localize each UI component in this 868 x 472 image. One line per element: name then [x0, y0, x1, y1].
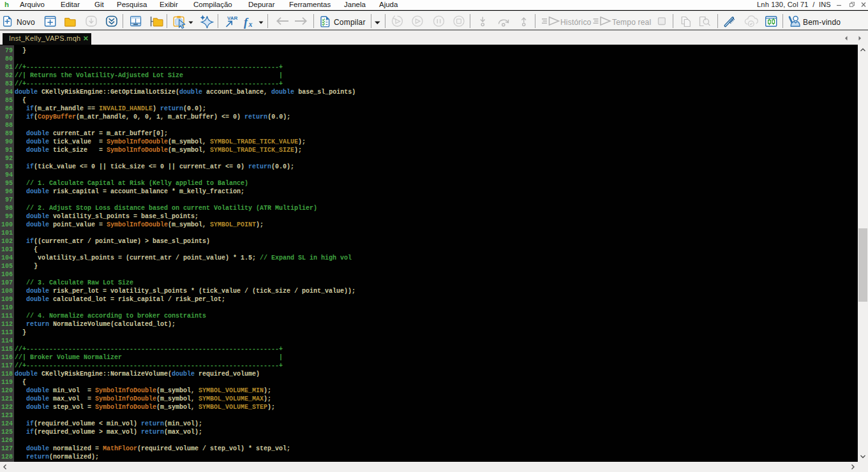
- svg-text:VAR: VAR: [227, 15, 238, 21]
- svg-text:x: x: [248, 20, 253, 29]
